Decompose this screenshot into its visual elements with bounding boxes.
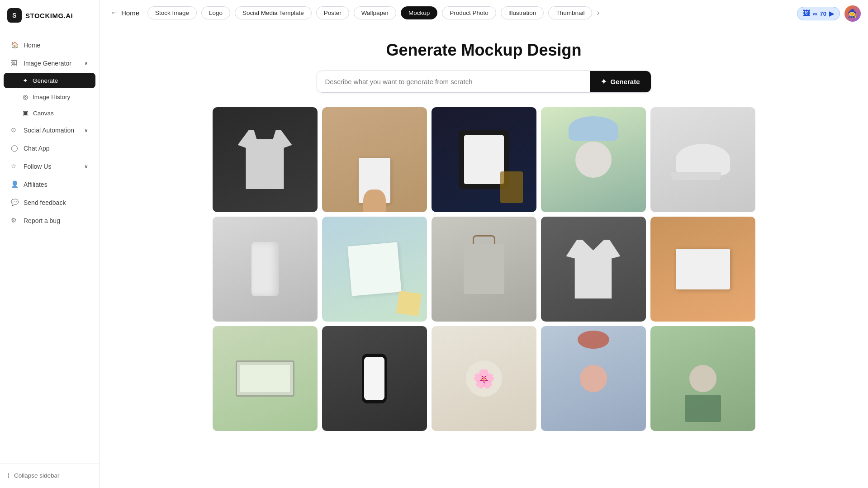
image-generator-label: Image Generator bbox=[24, 60, 71, 67]
nav-pill-product-photo[interactable]: Product Photo bbox=[442, 6, 496, 19]
image-card[interactable] bbox=[432, 217, 536, 322]
video-icon: ▶ bbox=[829, 10, 834, 17]
sidebar-item-image-generator[interactable]: 🖼 Image Generator ∧ bbox=[4, 55, 95, 72]
chat-app-label: Chat App bbox=[24, 145, 50, 152]
image-card[interactable] bbox=[322, 217, 427, 322]
nav-pill-poster[interactable]: Poster bbox=[316, 6, 349, 19]
sparkle-icon: ✦ bbox=[23, 77, 28, 84]
nav-more-button[interactable]: › bbox=[597, 8, 599, 18]
sidebar-item-report-bug[interactable]: ⚙ Report a bug bbox=[4, 212, 95, 229]
social-automation-label: Social Automation bbox=[24, 127, 74, 134]
send-feedback-label: Send feedback bbox=[24, 199, 66, 206]
nav-pill-stock-image[interactable]: Stock Image bbox=[147, 6, 197, 19]
chevron-up-icon: ∧ bbox=[84, 60, 88, 66]
header-right: 🖼 ∞ 70 ▶ 🧙 bbox=[797, 5, 861, 22]
generate-button[interactable]: ✦ Generate bbox=[590, 71, 650, 92]
back-button[interactable]: ← Home bbox=[110, 8, 139, 18]
canvas-label: Canvas bbox=[33, 110, 54, 117]
image-icon: 🖼 bbox=[803, 9, 810, 18]
nav-pill-thumbnail[interactable]: Thumbnail bbox=[548, 6, 592, 19]
back-arrow-icon: ← bbox=[110, 8, 119, 18]
chevron-down-icon2: ∨ bbox=[84, 163, 88, 170]
sparkle-icon: ✦ bbox=[601, 77, 607, 86]
paper-shape bbox=[347, 242, 401, 296]
sidebar-item-home[interactable]: 🏠 Home bbox=[4, 37, 95, 54]
content-area: Generate Mockup Design ✦ Generate bbox=[100, 26, 868, 488]
social-icon: ⊙ bbox=[11, 126, 19, 134]
image-card[interactable] bbox=[650, 107, 755, 212]
sidebar-item-social-automation[interactable]: ⊙ Social Automation ∨ bbox=[4, 122, 95, 139]
logo-icon: S bbox=[7, 8, 22, 23]
image-card[interactable] bbox=[213, 107, 318, 212]
nav-pill-social-media[interactable]: Social Media Template bbox=[235, 6, 312, 19]
sidebar: S STOCKIMG.AI 🏠 Home 🖼 Image Generator ∧… bbox=[0, 0, 100, 488]
sidebar-item-send-feedback[interactable]: 💬 Send feedback bbox=[4, 194, 95, 211]
home-label: Home bbox=[24, 42, 40, 49]
history-icon: ◎ bbox=[23, 93, 28, 100]
generate-label: Generate bbox=[33, 77, 58, 84]
sidebar-item-chat-app[interactable]: ◯ Chat App bbox=[4, 140, 95, 157]
follow-us-label: Follow Us bbox=[24, 163, 51, 170]
image-card[interactable] bbox=[650, 217, 755, 322]
nav-pill-logo[interactable]: Logo bbox=[201, 6, 230, 19]
sign-shape bbox=[676, 249, 730, 289]
phone-shape bbox=[362, 354, 387, 403]
generate-input[interactable] bbox=[317, 71, 590, 92]
collapse-label: Collapse sidebar bbox=[14, 472, 60, 479]
phone-screen bbox=[364, 357, 384, 400]
sidebar-item-generate[interactable]: ✦ Generate bbox=[4, 73, 95, 88]
generate-bar: ✦ Generate bbox=[317, 71, 651, 93]
feedback-icon: 💬 bbox=[11, 199, 19, 207]
sidebar-nav: 🏠 Home 🖼 Image Generator ∧ ✦ Generate ◎ … bbox=[0, 31, 99, 463]
sidebar-item-follow-us[interactable]: ☆ Follow Us ∨ bbox=[4, 158, 95, 175]
image-card[interactable] bbox=[322, 326, 427, 431]
chevron-down-icon: ∨ bbox=[84, 127, 88, 133]
image-card[interactable] bbox=[541, 107, 646, 212]
tshirt-shape bbox=[238, 130, 292, 189]
bug-icon: ⚙ bbox=[11, 217, 19, 225]
logo-area[interactable]: S STOCKIMG.AI bbox=[0, 0, 99, 31]
image-card[interactable] bbox=[213, 326, 318, 431]
sidebar-item-image-history[interactable]: ◎ Image History bbox=[4, 89, 95, 104]
credits-count: 70 bbox=[820, 10, 826, 17]
back-label: Home bbox=[121, 9, 139, 17]
bag-handle bbox=[473, 235, 495, 244]
tablet-screen bbox=[464, 135, 504, 184]
sidebar-item-canvas[interactable]: ▣ Canvas bbox=[4, 105, 95, 121]
image-card[interactable] bbox=[541, 326, 646, 431]
image-card[interactable] bbox=[432, 107, 536, 212]
report-bug-label: Report a bug bbox=[24, 217, 60, 224]
chat-icon: ◯ bbox=[11, 144, 19, 152]
image-grid: 🌸 bbox=[213, 107, 755, 431]
cap-brim bbox=[671, 172, 721, 180]
collapse-sidebar-button[interactable]: ⟨ Collapse sidebar bbox=[0, 467, 99, 483]
sidebar-item-affiliates[interactable]: 👤 Affiliates bbox=[4, 176, 95, 193]
sidebar-bottom: ⟨ Collapse sidebar bbox=[0, 463, 99, 488]
avatar-button[interactable]: 🧙 bbox=[844, 5, 861, 22]
cap-shape bbox=[676, 144, 730, 175]
top-navigation: ← Home Stock Image Logo Social Media Tem… bbox=[100, 0, 868, 26]
image-card[interactable] bbox=[650, 326, 755, 431]
nav-pill-illustration[interactable]: Illustration bbox=[501, 6, 544, 19]
affiliates-label: Affiliates bbox=[24, 181, 47, 188]
nav-pill-mockup[interactable]: Mockup bbox=[401, 6, 437, 19]
image-card[interactable]: 🌸 bbox=[432, 326, 536, 431]
image-card[interactable] bbox=[213, 217, 318, 322]
bag-shape bbox=[464, 244, 504, 294]
image-card[interactable] bbox=[322, 107, 427, 212]
image-history-label: Image History bbox=[33, 94, 70, 100]
avatar-emoji: 🧙 bbox=[848, 9, 858, 19]
image-generator-icon: 🖼 bbox=[11, 59, 19, 67]
credits-infinity: ∞ bbox=[813, 10, 817, 17]
follow-icon: ☆ bbox=[11, 162, 19, 171]
can-shape bbox=[251, 242, 279, 296]
credits-button[interactable]: 🖼 ∞ 70 ▶ bbox=[797, 7, 840, 20]
affiliates-icon: 👤 bbox=[11, 180, 19, 189]
page-title: Generate Mockup Design bbox=[110, 41, 857, 60]
image-card[interactable] bbox=[541, 217, 646, 322]
home-icon: 🏠 bbox=[11, 41, 19, 49]
hoodie-shape bbox=[566, 240, 621, 298]
nav-pill-wallpaper[interactable]: Wallpaper bbox=[354, 6, 396, 19]
app-name: STOCKIMG.AI bbox=[25, 12, 73, 19]
collapse-icon: ⟨ bbox=[7, 472, 9, 479]
